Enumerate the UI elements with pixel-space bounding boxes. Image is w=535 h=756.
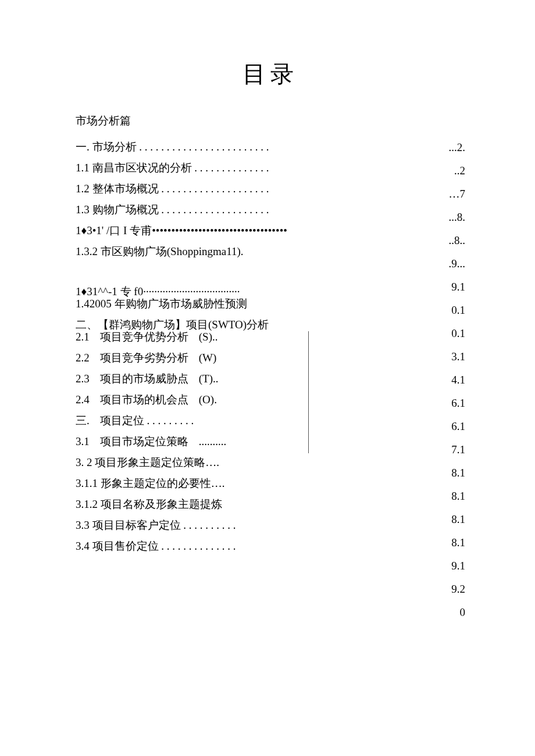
toc-entry: 三.项目定位 . . . . . . . . . [76,415,390,426]
toc-page-number: ..8.. [449,234,466,247]
toc-entry: 3.1.2 项目名称及形象主题提炼 [76,499,390,510]
toc-entry: 1.1 南昌市区状况的分析 . . . . . . . . . . . . . … [76,162,390,173]
section-heading: 市场分析篇 [76,113,465,128]
toc-entry: 3.3 项目目标客户定位 . . . . . . . . . . [76,519,390,531]
toc-entry-label: 项目的市场威胁点 [100,372,188,385]
toc-page-column: ...2. ..2 …7 ...8. ..8.. .9... 9.1 0.1 0… [449,141,466,629]
toc-entry-number: 2.3 [76,373,90,384]
toc-entry-label: 项目竞争劣势分析 [100,352,188,364]
toc-page-number: ...8. [449,211,466,224]
toc-entry-number: 3.1 [76,436,90,447]
toc-entry: 1.3.2 市区购物广场(Shoppingma11). [76,246,390,257]
toc-page-number: ..2 [449,164,466,177]
toc-page-number: 0.1 [449,304,466,317]
toc-page-number: 4.1 [449,374,466,386]
toc-entry: 3. 2 项目形象主题定位策略…. [76,457,390,468]
toc-left-column: 一. 市场分析 . . . . . . . . . . . . . . . . … [76,141,390,551]
toc-entry: 3.4 项目售价定位 . . . . . . . . . . . . . . [76,540,390,551]
toc-page-number: 8.1 [449,513,466,526]
toc-entry-suffix: (S).. [199,331,219,342]
toc-entry-number: 2.1 [76,331,90,342]
toc-entry-label: 项目竞争优势分析 [100,331,188,343]
toc-page-number: 9.1 [449,560,466,572]
toc-entry: 2.1项目竞争优势分析(S).. [76,331,390,342]
toc-page-number: 3.1 [449,350,466,363]
toc-page-number: 6.1 [449,420,466,433]
toc-entry: 1.42005 年购物广场市场威胁性预测 [76,298,390,309]
toc-entry-label: 项目市场的机会点 [100,393,188,406]
toc-page-number: 0 [449,606,466,619]
toc-page-number: 8.1 [449,536,466,549]
toc-page-number: 9.1 [449,281,466,293]
toc-page-number: 9.2 [449,583,466,596]
toc-entry-label: 项目定位 . . . . . . . . . [100,414,194,427]
vertical-divider [308,331,309,453]
toc-entry: 2.3项目的市场威胁点(T).. [76,373,390,384]
toc-entry: 3.1.1 形象主题定位的必要性…. [76,478,390,489]
toc-page-number: 8.1 [449,467,466,479]
toc-entry: 3.1项目市场定位策略.......... [76,436,390,447]
toc-entry-suffix: .......... [199,435,227,447]
toc-page-number: 6.1 [449,397,466,410]
toc-page-number: …7 [449,188,466,200]
toc-entry: 一. 市场分析 . . . . . . . . . . . . . . . . … [76,141,390,152]
toc-page-number: .9... [449,257,466,270]
toc-entry: 1.2 整体市场概况 . . . . . . . . . . . . . . .… [76,183,390,194]
toc-entry: 1.3 购物广场概况 . . . . . . . . . . . . . . .… [76,204,390,215]
toc-entry-label: 项目市场定位策略 [100,435,188,447]
toc-entry: 二、【群鸿购物广场】项目(SWTO)分析 [76,319,390,330]
toc-entry-suffix: (O). [199,394,219,405]
document-page: 目录 市场分析篇 一. 市场分析 . . . . . . . . . . . .… [0,0,535,551]
toc-entry-number: 2.4 [76,394,90,405]
toc-entry: 2.2项目竞争劣势分析(W) [76,352,390,363]
toc-page-number: 0.1 [449,327,466,340]
toc-divider-block: 2.1项目竞争优势分析(S).. 2.2项目竞争劣势分析(W) 2.3项目的市场… [76,331,390,447]
toc-entry-suffix: (T).. [199,373,219,384]
toc-entry-number: 三. [76,415,90,426]
page-title: 目录 [76,58,465,90]
toc-page-number: 8.1 [449,490,466,503]
toc-entry-suffix: (W) [199,352,219,363]
toc-entry: 1♦31^^-1 专 f0···························… [76,286,390,297]
toc-entry: 1♦3•1' /口 I 专甫••••••••••••••••••••••••••… [76,225,390,236]
toc-entry-number: 2.2 [76,352,90,363]
toc-container: 一. 市场分析 . . . . . . . . . . . . . . . . … [76,141,465,551]
toc-entry: 2.4项目市场的机会点(O). [76,394,390,405]
toc-page-number: 7.1 [449,443,466,456]
toc-page-number: ...2. [449,141,466,154]
